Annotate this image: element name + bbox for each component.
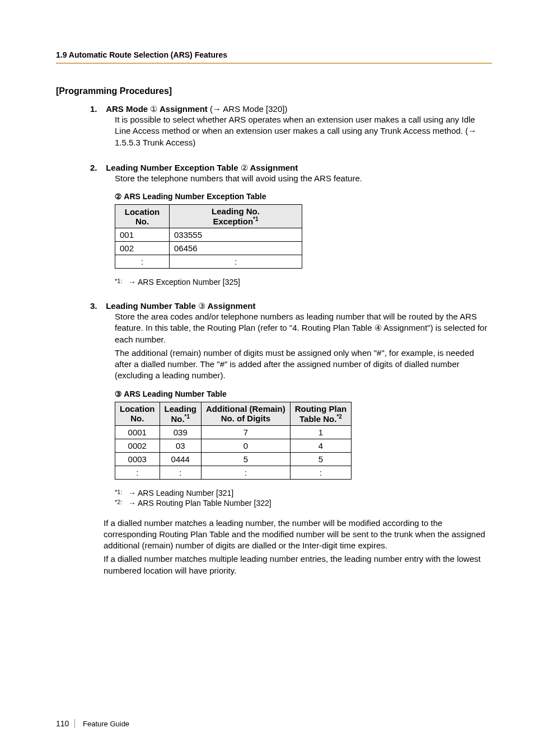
circled-3-icon: ③ [115,389,122,398]
table-cell: 06456 [170,242,302,255]
footnote-label: *2: [115,499,126,505]
table-cell: : [290,466,352,479]
table-cell: 4 [290,439,352,452]
table-title: ARS Leading Number Table [122,389,227,398]
item-after-text: If a dialled number matches a leading nu… [104,518,492,576]
circled-2-icon: ② [241,163,248,173]
table-row: 0003 0444 5 5 [115,452,352,466]
table-row: 001 033555 [115,228,302,242]
table-row: : : : : [115,466,352,479]
item-title-plain: ( [208,104,213,114]
exception-table: Location No. Leading No. Exception*1 001… [115,204,302,269]
table-row: : : [115,255,302,269]
arrow-icon: → [128,489,136,497]
item-title-bold: Leading Number Exception Table [106,163,241,172]
item-title-bold: Leading Number Table [106,301,198,311]
doc-title: Feature Guide [83,720,129,728]
procedure-item-3: 3. Leading Number Table ③ Assignment Sto… [104,301,492,576]
footnote-label: *1: [115,278,126,284]
item-number: 3. [90,301,104,311]
running-header: 1.9 Automatic Route Selection (ARS) Feat… [56,50,492,64]
table-cell: 0444 [160,452,202,466]
leading-number-table: Location No. Leading No.*1 Additional (R… [115,402,352,480]
table-cell: 0002 [115,439,160,452]
footnote-text: ARS Routing Plan Table Number [322] [136,499,271,508]
item-body: It is possible to select whether ARS ope… [115,114,492,148]
table-header: Leading No.*1 [160,402,202,425]
page-title: [Programming Procedures] [56,86,492,96]
circled-2-icon: ② [115,192,122,201]
arrow-icon: → [213,104,221,114]
table-row: 0002 03 0 4 [115,439,352,452]
item-title-bold-2: Assignment [248,163,298,172]
table-cell: 001 [115,228,170,242]
table-cell: 1 [290,425,352,439]
item-title-bold-2: Assignment [157,104,207,114]
arrow-icon: → [128,499,136,508]
footnotes: *1: → ARS Exception Number [325] [115,278,492,287]
table-cell: : [115,255,170,269]
body-line: Store the telephone numbers that will av… [115,173,492,184]
footnote-label: *1: [115,489,126,495]
table-header: Additional (Remain) No. of Digits [202,402,291,425]
body-line: If a dialled number matches multiple lea… [104,553,492,576]
footnotes: *1: → ARS Leading Number [321] *2: → ARS… [115,489,492,508]
page-footer: 110 Feature Guide [56,719,129,728]
table-cell: 5 [202,452,291,466]
item-number: 2. [90,163,104,172]
page-number: 110 [56,719,75,728]
circled-3-icon: ③ [198,301,205,311]
table-cell: 039 [160,425,202,439]
item-number: 1. [90,104,104,114]
table-cell: 033555 [170,228,302,242]
table-cell: 5 [290,452,352,466]
table-cell: 0001 [115,425,160,439]
table-cell: 002 [115,242,170,255]
item-body: Store the telephone numbers that will av… [115,173,492,184]
table-header: Leading No. Exception*1 [170,205,302,228]
table-title: ARS Leading Number Exception Table [122,192,266,201]
table-cell: 7 [202,425,291,439]
table-cell: : [170,255,302,269]
table-cell: 03 [160,439,202,452]
item-title-bold: ARS Mode [106,104,150,114]
table-cell: 0 [202,439,291,452]
body-line: It is possible to select whether ARS ope… [115,115,475,135]
table-header: Location No. [115,205,170,228]
table-header: Routing Plan Table No.*2 [290,402,352,425]
table-row: 0001 039 7 1 [115,425,352,439]
arrow-icon: → [468,126,476,135]
table-header: Location No. [115,402,160,425]
table-cell: : [202,466,291,479]
item-body: Store the area codes and/or telephone nu… [115,311,492,382]
item-title-bold-2: Assignment [205,301,255,311]
table-cell: : [160,466,202,479]
body-line: If a dialled number matches a leading nu… [104,518,492,552]
table-cell: 0003 [115,452,160,466]
item-title-plain-2: ARS Mode [320]) [221,104,287,114]
table-cell: : [115,466,160,479]
procedure-item-1: 1. ARS Mode ① Assignment (→ ARS Mode [32… [104,104,492,148]
arrow-icon: → [128,278,136,287]
body-line: 1.5.5.3 Trunk Access) [115,138,195,147]
procedure-item-2: 2. Leading Number Exception Table ② Assi… [104,163,492,287]
body-line: The additional (remain) number of digits… [115,348,492,382]
table-row: 002 06456 [115,242,302,255]
footnote-text: ARS Exception Number [325] [136,278,240,287]
footnote-text: ARS Leading Number [321] [136,489,233,497]
body-line: Store the area codes and/or telephone nu… [115,311,492,345]
circled-1-icon: ① [150,104,157,114]
